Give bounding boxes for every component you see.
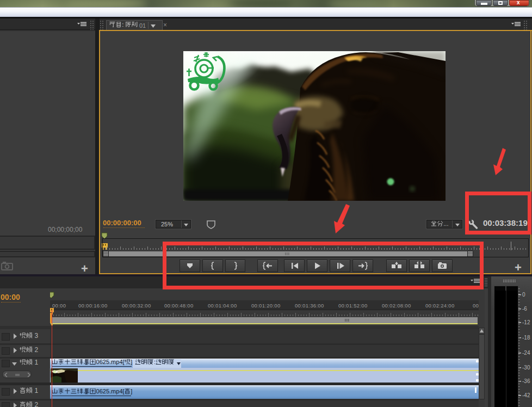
svg-text:0625.mp4: 0625.mp4: [96, 388, 123, 394]
svg-text:00:00: 00:00: [1, 293, 20, 301]
svg-text:[: [: [123, 359, 125, 365]
svg-text:1: 1: [33, 359, 38, 366]
svg-text::: :: [122, 22, 125, 28]
svg-text:1: 1: [33, 387, 38, 394]
svg-text:2: 2: [33, 347, 38, 354]
svg-text:00;00;00;00: 00;00;00;00: [48, 226, 83, 233]
svg-text:00:00:00:00: 00:00:00:00: [103, 219, 141, 227]
svg-text:3: 3: [33, 332, 38, 340]
svg-text:]: ]: [131, 388, 132, 394]
svg-text:2: 2: [33, 402, 38, 407]
svg-text:...: ...: [443, 221, 448, 227]
svg-text:0625.mp4: 0625.mp4: [96, 359, 123, 365]
svg-text::: :: [154, 359, 156, 365]
svg-text:[: [: [123, 388, 125, 394]
